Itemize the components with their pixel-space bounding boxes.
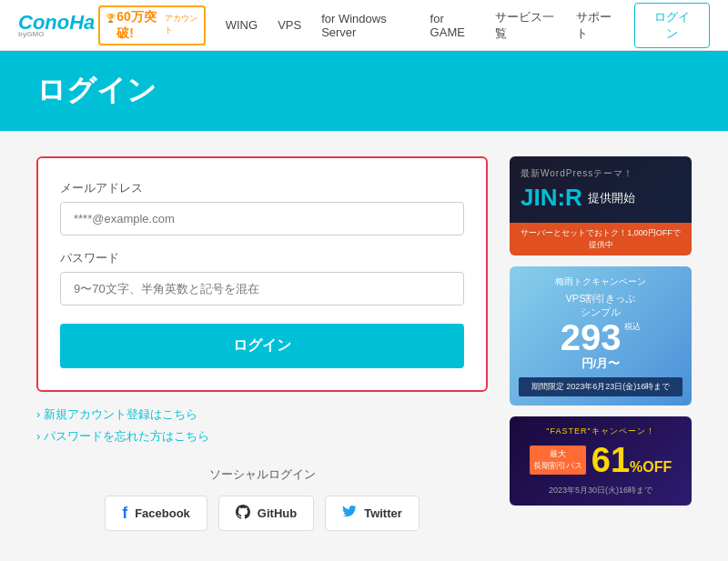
facebook-icon: f: [122, 504, 127, 523]
header-login-button[interactable]: ログイン: [634, 3, 710, 48]
facebook-label: Facebook: [135, 506, 190, 520]
nav-support[interactable]: サポート: [567, 5, 626, 45]
nav-windows[interactable]: for Windows Server: [312, 8, 419, 43]
ad-jinr-bottom: サーバーとセットでおトク！1,000円OFFで提供中: [510, 223, 692, 255]
github-label: GitHub: [258, 506, 297, 520]
logo: ConoHa byGMO 🏆 60万突破! アカウント: [18, 5, 206, 45]
ads-section: 最新WordPressテーマ！ JIN:R 提供開始 サーバーとセットでおトク！…: [510, 156, 692, 531]
ad-vps[interactable]: 梅雨トクキャンペーン VPS割引きっぷ シンプル 293 税込 円/月〜 期間限…: [510, 266, 692, 406]
ad-off-number: 61 %OFF: [592, 443, 672, 477]
ad-off-body: "FASTER"キャンペーン！ 最大 長期割引パス 61 %OFF 2023年5…: [510, 416, 692, 506]
ad-jinr-body: 最新WordPressテーマ！ JIN:R 提供開始: [510, 156, 692, 223]
vps-price: 293: [561, 317, 622, 357]
forgot-link[interactable]: › パスワードを忘れた方はこちら: [36, 428, 488, 445]
github-icon: [236, 505, 250, 523]
ad-jinr-provide: 提供開始: [588, 190, 635, 206]
github-button[interactable]: GitHub: [218, 496, 314, 531]
ad-off-label: 最大 長期割引パス: [530, 446, 586, 474]
ad-vps-top: 梅雨トクキャンペーン: [519, 275, 682, 288]
ad-off-bottom: 2023年5月30日(火)16時まで: [519, 485, 682, 496]
badge-num: 60万突破!: [116, 9, 163, 42]
vps-unit: 円/月〜: [519, 356, 682, 372]
password-label: パスワード: [60, 250, 464, 266]
vps-label1: VPS割引きっぷ: [565, 293, 635, 304]
off-num: 61: [592, 443, 630, 477]
nav-game[interactable]: for GAME: [421, 8, 484, 43]
nav-services[interactable]: サービス一覧: [486, 5, 565, 45]
vps-note: 税込: [624, 323, 641, 331]
vps-label2: シンプル: [581, 306, 621, 317]
register-link[interactable]: › 新規アカウント登録はこちら: [36, 406, 488, 423]
ad-vps-labels: VPS割引きっぷ シンプル: [519, 292, 682, 319]
ad-off-top: "FASTER"キャンペーン！: [519, 426, 682, 437]
page-title: ログイン: [36, 71, 692, 111]
nav-vps[interactable]: VPS: [268, 15, 310, 35]
ad-jinr[interactable]: 最新WordPressテーマ！ JIN:R 提供開始 サーバーとセットでおトク！…: [510, 156, 692, 255]
social-section: ソーシャルログイン f Facebook GitHub Twitter: [36, 466, 488, 531]
links-section: › 新規アカウント登録はこちら › パスワードを忘れた方はこちら: [36, 406, 488, 445]
ad-jinr-name: JIN:R: [521, 184, 582, 212]
twitter-label: Twitter: [364, 506, 402, 520]
badge-label: アカウント: [165, 13, 198, 36]
ad-vps-body: 梅雨トクキャンペーン VPS割引きっぷ シンプル 293 税込 円/月〜 期間限…: [510, 266, 692, 406]
campaign-badge: 🏆 60万突破! アカウント: [98, 5, 205, 45]
ad-jinr-top: 最新WordPressテーマ！: [521, 167, 681, 180]
email-input[interactable]: [60, 202, 464, 235]
twitter-icon: [342, 506, 357, 522]
email-label: メールアドレス: [60, 180, 464, 196]
twitter-button[interactable]: Twitter: [325, 496, 420, 531]
conoha-logo: ConoHa byGMO: [18, 13, 95, 38]
ad-off-center: 最大 長期割引パス 61 %OFF: [519, 443, 682, 477]
site-header: ConoHa byGMO 🏆 60万突破! アカウント WING VPS for…: [0, 0, 728, 51]
main-content: メールアドレス パスワード ログイン › 新規アカウント登録はこちら › パスワ…: [0, 131, 728, 556]
main-nav: WING VPS for Windows Server for GAME サービ…: [217, 3, 710, 48]
ad-jinr-title: JIN:R 提供開始: [521, 184, 681, 212]
facebook-button[interactable]: f Facebook: [105, 496, 207, 531]
login-form-box: メールアドレス パスワード ログイン: [36, 156, 488, 392]
login-section: メールアドレス パスワード ログイン › 新規アカウント登録はこちら › パスワ…: [36, 156, 488, 531]
badge-icon: 🏆: [106, 14, 116, 23]
ad-vps-bottom: 期間限定 2023年6月23日(金)16時まで: [519, 377, 682, 396]
off-pct: %OFF: [630, 459, 672, 476]
login-button[interactable]: ログイン: [60, 324, 464, 368]
ad-off[interactable]: "FASTER"キャンペーン！ 最大 長期割引パス 61 %OFF 2023年5…: [510, 416, 692, 506]
hero-banner: ログイン: [0, 51, 728, 131]
nav-wing[interactable]: WING: [217, 15, 267, 35]
social-title: ソーシャルログイン: [36, 466, 488, 483]
social-buttons: f Facebook GitHub Twitter: [36, 496, 488, 531]
ad-vps-price-row: 293 税込: [519, 319, 682, 356]
password-input[interactable]: [60, 272, 464, 306]
